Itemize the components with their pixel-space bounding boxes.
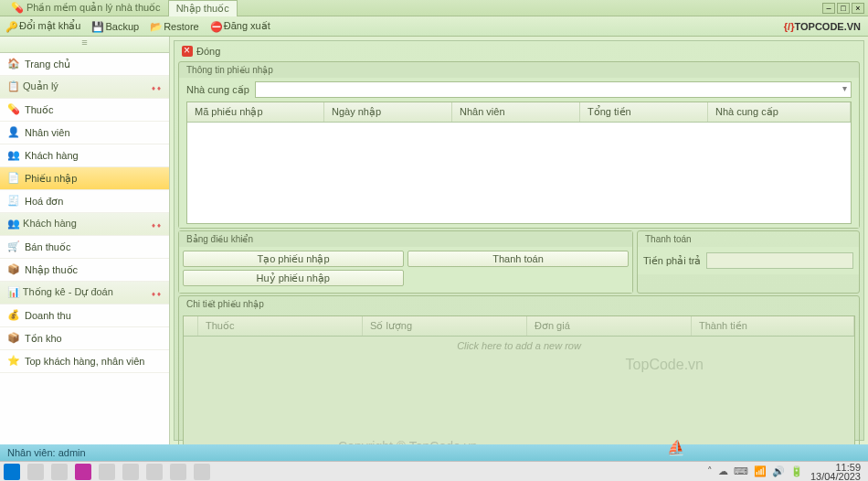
taskbar-app-1[interactable]	[75, 464, 91, 480]
taskbar-app-3[interactable]	[122, 464, 139, 480]
sidebar-item-home[interactable]: 🏠 Trang chủ	[0, 53, 169, 76]
pay-button[interactable]: Thanh toán	[408, 251, 629, 267]
search-button[interactable]	[27, 464, 44, 480]
backup-button[interactable]: 💾 Backup	[91, 21, 139, 32]
close-label[interactable]: Đóng	[196, 46, 220, 57]
main-area: ≡ 🏠 Trang chủ 📋 Quản lý ⬧⬧ 💊 Thuốc 👤 Nhâ…	[0, 37, 868, 444]
sidebar-header-customer[interactable]: 👥 Khách hàng ⬧⬧	[0, 213, 169, 236]
sidebar-item-nhanvien[interactable]: 👤 Nhân viên	[0, 122, 169, 144]
amount-label: Tiền phải trả	[643, 255, 701, 267]
change-password-button[interactable]: 🔑 Đổi mật khẩu	[5, 20, 80, 32]
detail-panel: Chi tiết phiếu nhập Thuốc Số lượng Đơn g…	[178, 295, 860, 452]
col-date[interactable]: Ngày nhập	[324, 102, 452, 122]
collapse-icon[interactable]: ⬧⬧	[151, 82, 162, 92]
sidebar-item-khachhang[interactable]: 👥 Khách hàng	[0, 144, 169, 167]
tab-import[interactable]: Nhập thuốc	[168, 0, 238, 16]
control-panel-title: Bảng điều khiển	[179, 231, 632, 247]
home-label: Trang chủ	[25, 59, 70, 70]
sidebar-item-banthuoc[interactable]: 🛒 Bán thuốc	[0, 236, 169, 259]
close-window-button[interactable]: ×	[852, 3, 864, 14]
sidebar-toggle[interactable]: ≡	[0, 37, 169, 53]
sidebar-item-hoadon[interactable]: 🧾 Hoá đơn	[0, 190, 169, 213]
tray-cloud-icon[interactable]: ☁	[718, 465, 728, 477]
col-staff[interactable]: Nhân viên	[452, 102, 580, 122]
detail-col-qty[interactable]: Số lượng	[363, 316, 527, 336]
supplier-label: Nhà cung cấp	[186, 84, 249, 96]
window-controls: – □ ×	[822, 3, 864, 14]
collapse-icon-2[interactable]: ⬧⬧	[151, 219, 162, 230]
col-supplier[interactable]: Nhà cung cấp	[708, 102, 851, 122]
customer-label: Khách hàng	[23, 218, 77, 229]
system-tray[interactable]: ˄ ☁ ⌨ 📶 🔊 🔋	[707, 465, 803, 477]
sidebar-item-phieunhap[interactable]: 📄 Phiếu nhập	[0, 167, 169, 190]
detail-col-price[interactable]: Đơn giá	[527, 316, 692, 336]
restore-label: Restore	[164, 21, 199, 32]
chart-icon: 📊	[7, 286, 20, 299]
col-receipt-id[interactable]: Mã phiếu nhập	[187, 102, 324, 122]
supplier-combobox[interactable]	[255, 81, 852, 98]
status-bar: Nhân viên: admin ⛵	[0, 444, 868, 461]
sidebar: ≡ 🏠 Trang chủ 📋 Quản lý ⬧⬧ 💊 Thuốc 👤 Nhâ…	[0, 37, 170, 444]
restore-button[interactable]: 📂 Restore	[150, 21, 199, 32]
sidebar-item-nhapthuoc[interactable]: 📦 Nhập thuốc	[0, 259, 169, 282]
detail-grid: Thuốc Số lượng Đơn giá Thành tiền Click …	[183, 315, 855, 447]
taskbar-clock[interactable]: 11:59 13/04/2023	[810, 463, 864, 481]
status-user: Nhân viên: admin	[7, 447, 86, 458]
tonkho-label: Tồn kho	[25, 333, 62, 345]
collapse-icon-3[interactable]: ⬧⬧	[151, 288, 162, 298]
payment-title: Thanh toán	[638, 231, 859, 247]
close-icon[interactable]	[182, 46, 193, 57]
tray-keyboard-icon[interactable]: ⌨	[734, 465, 748, 477]
detail-col-total[interactable]: Thành tiền	[692, 316, 854, 336]
windows-taskbar: ˄ ☁ ⌨ 📶 🔊 🔋 11:59 13/04/2023	[0, 461, 868, 481]
top-label: Top khách hàng, nhân viên	[25, 356, 145, 367]
invoice-icon: 🧾	[7, 195, 20, 208]
cancel-receipt-button[interactable]: Huỷ phiếu nhập	[183, 270, 404, 286]
tab-import-label: Nhập thuốc	[176, 3, 229, 15]
tray-wifi-icon[interactable]: 📶	[754, 465, 767, 477]
hoadon-label: Hoá đơn	[25, 196, 63, 208]
sidebar-item-top[interactable]: ⭐ Top khách hàng, nhân viên	[0, 350, 169, 373]
taskbar-app-5[interactable]	[170, 464, 186, 480]
detail-col-thuoc[interactable]: Thuốc	[198, 316, 363, 336]
receipt-icon: 📄	[7, 172, 20, 185]
sidebar-item-doanhthu[interactable]: 💰 Doanh thu	[0, 305, 169, 327]
tab-main[interactable]: 💊 Phần mềm quản lý nhà thuốc	[4, 0, 168, 16]
amount-input[interactable]	[706, 252, 853, 269]
banthuoc-label: Bán thuốc	[25, 241, 70, 253]
money-icon: 💰	[7, 309, 20, 322]
main-toolbar: 🔑 Đổi mật khẩu 💾 Backup 📂 Restore ⛔ Đăng…	[0, 16, 868, 37]
content-area: Đóng Thông tin phiếu nhập Nhà cung cấp M…	[170, 37, 868, 444]
stats-label: Thống kê - Dự đoán	[23, 286, 113, 297]
tray-battery-icon[interactable]: 🔋	[790, 465, 803, 477]
clock-time: 11:59	[810, 463, 861, 472]
taskbar-app-4[interactable]	[146, 464, 163, 480]
key-icon: 🔑	[5, 21, 16, 32]
logout-button[interactable]: ⛔ Đăng xuất	[210, 20, 270, 32]
sidebar-header-stats[interactable]: 📊 Thống kê - Dự đoán ⬧⬧	[0, 282, 169, 305]
receipt-grid-body[interactable]	[187, 123, 851, 223]
exit-icon: ⛔	[210, 21, 221, 32]
logout-label: Đăng xuất	[224, 20, 270, 32]
taskbar-app-6[interactable]	[194, 464, 210, 480]
tray-chevron-icon[interactable]: ˄	[707, 465, 713, 477]
taskbar-app-2[interactable]	[99, 464, 115, 480]
sidebar-item-tonkho[interactable]: 📦 Tồn kho	[0, 327, 169, 350]
maximize-button[interactable]: □	[837, 3, 850, 14]
star-icon: ⭐	[7, 355, 20, 368]
detail-grid-body[interactable]: Click here to add a new row	[184, 337, 854, 446]
change-password-label: Đổi mật khẩu	[19, 20, 80, 32]
sidebar-item-thuoc[interactable]: 💊 Thuốc	[0, 99, 169, 122]
sidebar-header-manage[interactable]: 📋 Quản lý ⬧⬧	[0, 76, 169, 99]
create-receipt-button[interactable]: Tạo phiếu nhập	[183, 251, 404, 267]
thuoc-label: Thuốc	[25, 104, 53, 116]
detail-row-selector[interactable]	[184, 316, 198, 336]
start-button[interactable]	[4, 464, 20, 480]
col-total[interactable]: Tổng tiền	[580, 102, 708, 122]
payment-panel: Thanh toán Tiền phải trả	[637, 230, 860, 294]
task-view-button[interactable]	[51, 464, 68, 480]
title-bar: 💊 Phần mềm quản lý nhà thuốc Nhập thuốc …	[0, 0, 868, 16]
minimize-button[interactable]: –	[822, 3, 835, 14]
tray-volume-icon[interactable]: 🔊	[772, 465, 785, 477]
add-row-placeholder[interactable]: Click here to add a new row	[184, 337, 854, 355]
